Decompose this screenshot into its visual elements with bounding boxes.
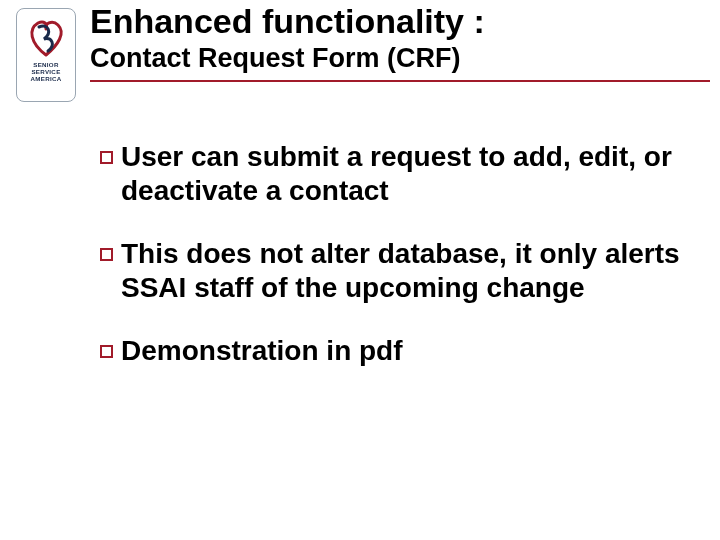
square-bullet-icon [100, 151, 113, 164]
list-item: Demonstration in pdf [100, 334, 680, 368]
bullet-text: User can submit a request to add, edit, … [121, 140, 680, 207]
list-item: This does not alter database, it only al… [100, 237, 680, 304]
slide-subtitle: Contact Request Form (CRF) [90, 43, 700, 74]
slide-title: Enhanced functionality : [90, 2, 700, 41]
bullet-text: This does not alter database, it only al… [121, 237, 680, 304]
logo-text: SENIOR SERVICE AMERICA [31, 62, 62, 82]
slide-content: User can submit a request to add, edit, … [100, 140, 680, 398]
header-rule [90, 80, 710, 82]
square-bullet-icon [100, 345, 113, 358]
list-item: User can submit a request to add, edit, … [100, 140, 680, 207]
slide: SENIOR SERVICE AMERICA Enhanced function… [0, 0, 720, 540]
bullet-text: Demonstration in pdf [121, 334, 403, 368]
heart-s-icon [24, 15, 68, 59]
org-logo: SENIOR SERVICE AMERICA [16, 8, 76, 102]
slide-header: Enhanced functionality : Contact Request… [90, 2, 700, 82]
square-bullet-icon [100, 248, 113, 261]
logo-line3: AMERICA [31, 76, 62, 83]
